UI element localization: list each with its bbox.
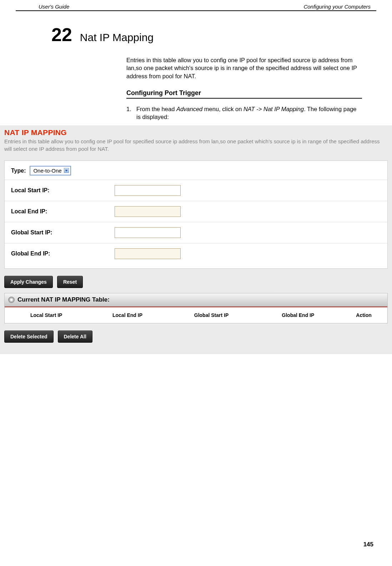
local-end-ip-input[interactable] bbox=[115, 206, 181, 217]
type-value: One-to-One bbox=[33, 168, 61, 174]
page-number: 145 bbox=[363, 541, 373, 548]
menu-nat-ip-mapping: NAT -> Nat IP Mapping bbox=[243, 106, 304, 112]
mapping-table-caption: Current NAT IP MAPPING Table: bbox=[5, 293, 387, 307]
type-label: Type: bbox=[11, 168, 28, 174]
mapping-table-panel: Current NAT IP MAPPING Table: Local Star… bbox=[4, 293, 388, 323]
embedded-screenshot: NAT IP MAPPING Entries in this table all… bbox=[0, 125, 392, 354]
local-end-ip-label: Local End IP: bbox=[11, 208, 115, 215]
gear-icon bbox=[8, 297, 15, 303]
mapping-table: Local Start IP Local End IP Global Start… bbox=[5, 307, 387, 323]
global-start-ip-input[interactable] bbox=[115, 227, 181, 238]
header-right: Configuring your Computers bbox=[303, 4, 371, 10]
col-global-start-ip: Global Start IP bbox=[167, 307, 256, 323]
local-start-ip-label: Local Start IP: bbox=[11, 187, 115, 194]
step-number: 1. bbox=[126, 105, 136, 121]
chapter-heading: 22 Nat IP Mapping bbox=[51, 24, 376, 45]
header-left: User's Guide bbox=[39, 4, 69, 10]
delete-all-button[interactable]: Delete All bbox=[58, 331, 92, 343]
apply-changes-button[interactable]: Apply Changes bbox=[4, 276, 53, 288]
section-heading: Configuring Port Trigger bbox=[126, 89, 362, 99]
col-local-end-ip: Local End IP bbox=[88, 307, 167, 323]
global-end-ip-label: Global End IP: bbox=[11, 250, 115, 257]
global-end-ip-input[interactable] bbox=[115, 248, 181, 259]
type-select[interactable]: One-to-One bbox=[30, 166, 71, 175]
chapter-title: Nat IP Mapping bbox=[80, 31, 154, 44]
intro-paragraph: Entries in this table allow you to confi… bbox=[126, 56, 362, 80]
reset-button[interactable]: Reset bbox=[57, 276, 83, 288]
col-action: Action bbox=[340, 307, 387, 323]
col-local-start-ip: Local Start IP bbox=[5, 307, 88, 323]
local-start-ip-input[interactable] bbox=[115, 185, 181, 196]
global-start-ip-label: Global Start IP: bbox=[11, 229, 115, 236]
menu-advanced: Advanced bbox=[176, 106, 202, 112]
step-1: 1. From the head Advanced menu, click on… bbox=[126, 105, 362, 121]
form-panel: Type: One-to-One Local Start IP: Local E… bbox=[4, 160, 388, 269]
chapter-number: 22 bbox=[51, 24, 72, 45]
page-header: User's Guide Configuring your Computers bbox=[16, 0, 376, 11]
chevron-down-icon bbox=[64, 168, 69, 173]
col-global-end-ip: Global End IP bbox=[256, 307, 340, 323]
delete-selected-button[interactable]: Delete Selected bbox=[4, 331, 54, 343]
step-text: From the head Advanced menu, click on NA… bbox=[136, 105, 362, 121]
screenshot-description: Entries in this table allow you to confi… bbox=[4, 138, 388, 153]
screenshot-title: NAT IP MAPPING bbox=[4, 128, 388, 137]
